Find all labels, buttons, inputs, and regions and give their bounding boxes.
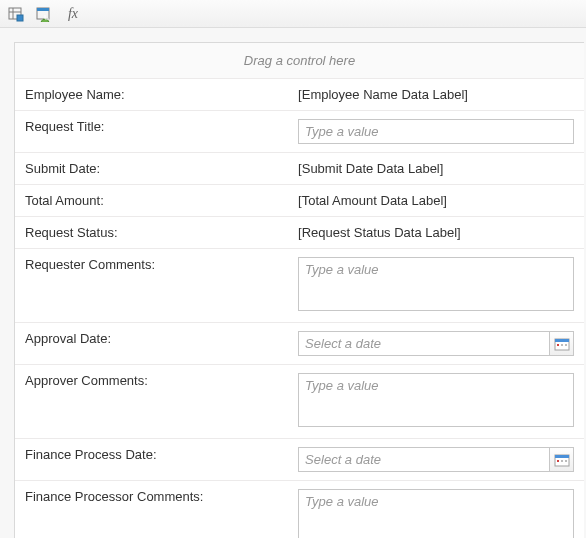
field-label: Finance Processor Comments:: [15, 481, 288, 539]
field-label: Submit Date:: [15, 153, 288, 185]
form-row: Approver Comments:: [15, 365, 584, 439]
form-row: Submit Date:[Submit Date Data Label]: [15, 153, 584, 185]
form-row: Requester Comments:: [15, 249, 584, 323]
designer-tool-1-icon[interactable]: [6, 4, 26, 24]
field-label: Total Amount:: [15, 185, 288, 217]
field-label: Employee Name:: [15, 79, 288, 111]
field-label: Request Status:: [15, 217, 288, 249]
svg-rect-9: [561, 344, 563, 346]
multiline-input[interactable]: [298, 489, 574, 538]
drop-hint[interactable]: Drag a control here: [15, 43, 584, 79]
svg-rect-3: [17, 15, 23, 21]
field-control-cell: [288, 481, 584, 539]
form-row: Finance Process Date:: [15, 439, 584, 481]
form-row: Request Title:: [15, 111, 584, 153]
date-picker: [298, 331, 574, 356]
form-row: Employee Name:[Employee Name Data Label]: [15, 79, 584, 111]
text-input[interactable]: [298, 119, 574, 144]
field-label: Requester Comments:: [15, 249, 288, 323]
field-label: Finance Process Date:: [15, 439, 288, 481]
fx-label: fx: [68, 6, 78, 22]
svg-rect-12: [555, 455, 569, 458]
date-input[interactable]: [299, 448, 549, 471]
field-label: Approval Date:: [15, 323, 288, 365]
field-control-cell: [Request Status Data Label]: [288, 217, 584, 249]
field-control-cell: [288, 323, 584, 365]
svg-rect-5: [37, 8, 49, 11]
form-row: Total Amount:[Total Amount Data Label]: [15, 185, 584, 217]
field-label: Request Title:: [15, 111, 288, 153]
data-label[interactable]: [Employee Name Data Label]: [298, 87, 468, 102]
field-control-cell: [Employee Name Data Label]: [288, 79, 584, 111]
form-table: Employee Name:[Employee Name Data Label]…: [15, 79, 584, 538]
multiline-input[interactable]: [298, 373, 574, 427]
field-control-cell: [288, 365, 584, 439]
form-row: Request Status:[Request Status Data Labe…: [15, 217, 584, 249]
data-label[interactable]: [Total Amount Data Label]: [298, 193, 447, 208]
field-control-cell: [288, 439, 584, 481]
fx-button[interactable]: fx: [62, 4, 82, 24]
svg-rect-8: [557, 344, 559, 346]
calendar-icon[interactable]: [549, 332, 573, 355]
svg-rect-14: [561, 460, 563, 462]
field-control-cell: [Total Amount Data Label]: [288, 185, 584, 217]
field-control-cell: [Submit Date Data Label]: [288, 153, 584, 185]
date-picker: [298, 447, 574, 472]
svg-rect-15: [565, 460, 567, 462]
data-label[interactable]: [Submit Date Data Label]: [298, 161, 443, 176]
designer-toolbar: fx: [0, 0, 586, 28]
svg-rect-10: [565, 344, 567, 346]
calendar-icon[interactable]: [549, 448, 573, 471]
date-input[interactable]: [299, 332, 549, 355]
field-control-cell: [288, 111, 584, 153]
design-canvas: Drag a control here Employee Name:[Emplo…: [14, 42, 584, 538]
svg-rect-13: [557, 460, 559, 462]
form-row: Approval Date:: [15, 323, 584, 365]
multiline-input[interactable]: [298, 257, 574, 311]
field-control-cell: [288, 249, 584, 323]
form-row: Finance Processor Comments:: [15, 481, 584, 539]
designer-tool-2-icon[interactable]: [34, 4, 54, 24]
data-label[interactable]: [Request Status Data Label]: [298, 225, 461, 240]
svg-rect-7: [555, 339, 569, 342]
field-label: Approver Comments:: [15, 365, 288, 439]
design-canvas-wrap: Drag a control here Employee Name:[Emplo…: [0, 28, 586, 538]
